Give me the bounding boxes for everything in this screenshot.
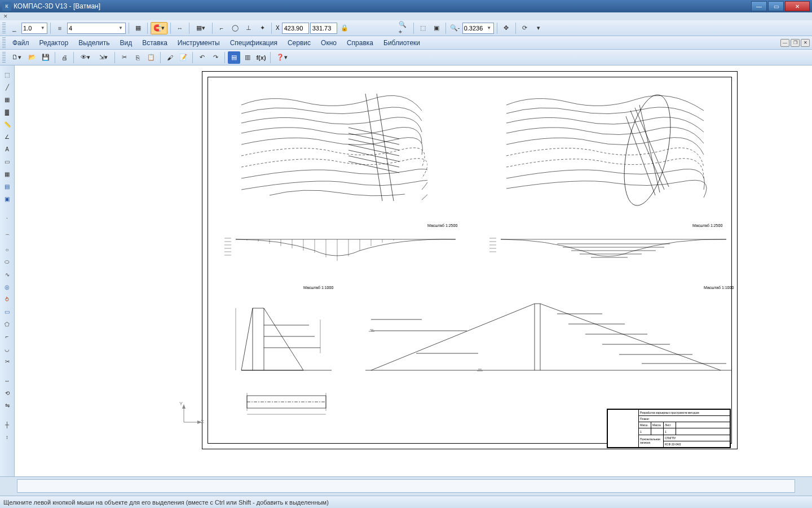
trim-icon[interactable]: ✂ xyxy=(2,356,13,367)
menu-window[interactable]: Окно xyxy=(316,37,341,49)
chamfer-icon[interactable]: ⌐ xyxy=(2,331,13,342)
snap-toggle-icon[interactable]: ✦ xyxy=(256,22,268,34)
select-icon[interactable]: ⬚ xyxy=(2,69,13,80)
lineweight-input[interactable] xyxy=(23,25,40,32)
view-icon[interactable]: ▣ xyxy=(2,193,13,204)
menu-help[interactable]: Справка xyxy=(342,37,378,49)
spline-icon[interactable]: ∿ xyxy=(2,269,13,280)
mirror-icon[interactable]: ⇋ xyxy=(2,400,13,411)
pan-icon[interactable]: ✥ xyxy=(500,22,513,34)
mdi-restore-button[interactable]: ❐ xyxy=(791,39,800,47)
window-close-button[interactable]: ✕ xyxy=(785,1,810,11)
toolbar-grip[interactable] xyxy=(2,23,6,34)
new-button[interactable]: 🗋▾ xyxy=(8,51,25,64)
color-icon[interactable]: ▦ xyxy=(132,22,144,34)
zoom-window-icon[interactable]: ⬚ xyxy=(417,22,429,34)
cut-button[interactable]: ✂ xyxy=(118,51,130,64)
export-button[interactable]: ⇲▾ xyxy=(95,51,112,64)
polygon-icon[interactable]: ⬠ xyxy=(2,318,13,330)
parameters-button[interactable]: ▥ xyxy=(241,51,254,64)
rect-icon[interactable]: ▭ xyxy=(2,306,13,317)
command-input[interactable] xyxy=(17,479,795,493)
chevron-down-icon[interactable]: ▼ xyxy=(486,25,492,30)
layer-input[interactable] xyxy=(69,25,117,32)
undo-button[interactable]: ↶ xyxy=(196,51,208,64)
zoom-in-icon[interactable]: 🔍+ xyxy=(398,22,411,34)
coord-x-field[interactable]: 423.90 xyxy=(282,23,309,34)
variables-button[interactable]: ▤ xyxy=(228,51,240,64)
zoom-out-icon[interactable]: 🔍- xyxy=(449,22,461,34)
open-button[interactable]: 📂 xyxy=(26,51,38,64)
menu-view[interactable]: Вид xyxy=(116,37,137,49)
dim-icon[interactable]: ↕ xyxy=(2,431,13,443)
line-style-icon[interactable]: ⎯ xyxy=(8,22,20,34)
contour-icon[interactable]: ⥁ xyxy=(2,294,13,305)
status-bar: Щелкните левой кнопкой мыши на объекте д… xyxy=(0,496,812,508)
refresh-icon[interactable]: ⟳ xyxy=(519,22,531,34)
circle-icon[interactable]: ○ xyxy=(2,244,13,255)
window-minimize-button[interactable]: — xyxy=(751,1,767,11)
coord-y-field[interactable]: 331.73 xyxy=(310,23,337,34)
round-icon[interactable]: ◯ xyxy=(229,22,241,34)
menu-service[interactable]: Сервис xyxy=(283,37,315,49)
print-button[interactable]: 🖨 xyxy=(58,51,70,64)
ortho-icon[interactable]: ⌐ xyxy=(215,22,228,34)
perpendicular-icon[interactable]: ⊥ xyxy=(242,22,255,34)
menu-spec[interactable]: Спецификация xyxy=(226,37,282,49)
help-button[interactable]: ❓▾ xyxy=(273,51,290,64)
table-icon[interactable]: ▦ xyxy=(2,168,13,179)
angle-icon[interactable]: ∠ xyxy=(2,131,13,142)
mdi-close-button[interactable]: ✕ xyxy=(801,39,810,47)
point-icon[interactable]: · xyxy=(2,212,13,224)
menu-libs[interactable]: Библиотеки xyxy=(379,37,425,49)
command-bar xyxy=(0,476,812,496)
paste-button[interactable]: 📋 xyxy=(145,51,157,64)
curve-icon[interactable]: ◎ xyxy=(2,281,13,292)
menu-tools[interactable]: Инструменты xyxy=(173,37,224,49)
rotate-icon[interactable]: ⟲ xyxy=(2,387,13,398)
menu-insert[interactable]: Вставка xyxy=(138,37,172,49)
layer-combo[interactable]: ▼ xyxy=(67,23,126,34)
chevron-down-icon[interactable]: ▼ xyxy=(40,25,46,30)
menu-editor[interactable]: Редактор xyxy=(35,37,73,49)
arc-icon[interactable]: ⌒ xyxy=(2,231,13,243)
text-icon[interactable]: A xyxy=(2,143,13,155)
zoom-fit-icon[interactable]: ▣ xyxy=(430,22,443,34)
move-icon[interactable]: ↔ xyxy=(2,375,13,386)
coord-x-label: X xyxy=(275,25,281,31)
window-maximize-button[interactable]: ▭ xyxy=(768,1,784,11)
ellipse-icon[interactable]: ⬭ xyxy=(2,256,13,268)
mdi-menu-icon[interactable]: ✕ xyxy=(3,14,8,19)
measure-icon[interactable]: 📏 xyxy=(2,119,13,130)
redo-button[interactable]: ↷ xyxy=(209,51,222,64)
axis-icon[interactable]: ┼ xyxy=(2,419,13,430)
mdi-minimize-button[interactable]: — xyxy=(780,39,789,47)
menu-select[interactable]: Выделить xyxy=(74,37,114,49)
grid-dropdown[interactable]: ▦▾ xyxy=(192,22,209,34)
toolbar-grip[interactable] xyxy=(2,52,6,63)
spec-icon[interactable]: ▤ xyxy=(2,181,13,192)
pattern-icon[interactable]: ▓ xyxy=(2,106,13,117)
zoom-combo[interactable]: ▼ xyxy=(462,23,494,34)
note-icon[interactable]: ▭ xyxy=(2,156,13,167)
chevron-down-icon[interactable]: ▼ xyxy=(117,25,124,30)
toolbar-grip[interactable] xyxy=(2,37,6,49)
lineweight-combo[interactable]: ▼ xyxy=(21,23,47,34)
coord-lock-icon[interactable]: 🔒 xyxy=(338,22,351,34)
canvas[interactable]: Y X xyxy=(15,65,812,476)
preview-button[interactable]: 👁▾ xyxy=(77,51,94,64)
line-icon[interactable]: ╱ xyxy=(2,81,13,93)
fx-button[interactable]: f(x) xyxy=(255,51,267,64)
snap-dropdown[interactable]: 🧲▾ xyxy=(151,22,167,34)
menu-file[interactable]: Файл xyxy=(8,37,34,49)
save-button[interactable]: 💾 xyxy=(39,51,52,64)
hatch-icon[interactable]: ▦ xyxy=(2,94,13,105)
fillet-icon[interactable]: ◡ xyxy=(2,343,13,354)
more-icon[interactable]: ▾ xyxy=(532,22,545,34)
format-painter-button[interactable]: 🖌 xyxy=(164,51,176,64)
copy-button[interactable]: ⎘ xyxy=(131,51,144,64)
dimension-icon[interactable]: ↔ xyxy=(174,22,186,34)
properties-button[interactable]: 📝 xyxy=(177,51,189,64)
layer-icon[interactable]: ≡ xyxy=(54,22,66,34)
zoom-input[interactable] xyxy=(464,25,486,32)
